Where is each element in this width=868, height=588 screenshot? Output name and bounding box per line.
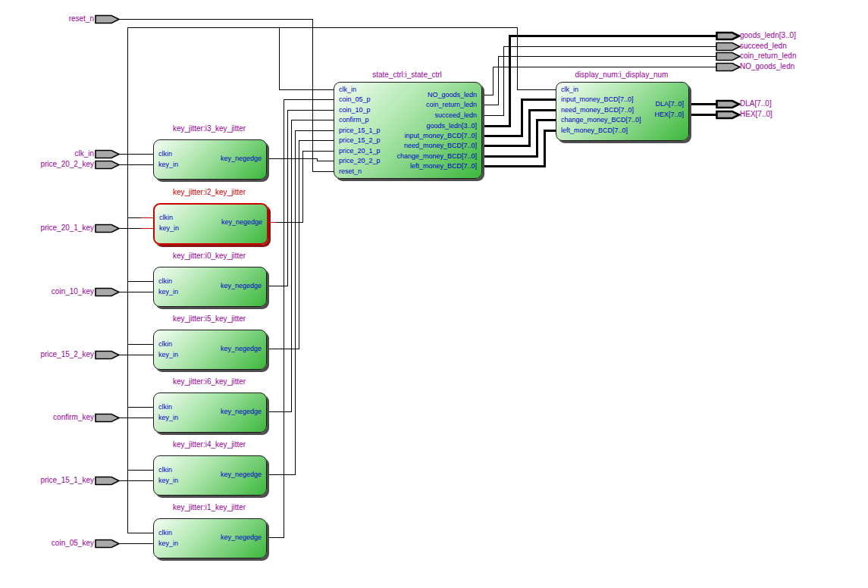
port-key-in: key_in <box>158 414 178 422</box>
block-key-jitter-i1[interactable]: clkin key_in key_negedge <box>153 518 267 558</box>
block-state-ctrl[interactable]: clk_in coin_05_p coin_10_p confirm_p pri… <box>334 82 482 179</box>
block-title-i6: key_jitter:i6_key_jitter <box>153 377 265 386</box>
block-title-i5: key_jitter:i5_key_jitter <box>153 314 265 324</box>
port-clk-in: clk_in <box>339 86 356 94</box>
block-key-jitter-i3[interactable]: clkin key_in key_negedge <box>153 139 267 180</box>
port-key-negedge: key_negedge <box>221 533 262 542</box>
input-pin-label: reset_n <box>0 14 94 23</box>
output-pin-label: coin_return_ledn <box>740 52 797 61</box>
input-pin-label: price_20_1_key <box>0 224 94 233</box>
block-key-jitter-i0[interactable]: clkin key_in key_negedge <box>153 267 267 307</box>
port-key-negedge: key_negedge <box>221 471 262 479</box>
port-need-money-bcd: need_money_BCD[7..0] <box>561 106 634 114</box>
port-key-negedge: key_negedge <box>221 408 262 416</box>
port-key-negedge: key_negedge <box>221 155 262 163</box>
output-pin-no-goods-ledn[interactable] <box>716 62 741 72</box>
port-key-in: key_in <box>158 351 178 359</box>
block-title-display-num: display_num:i_display_num <box>556 70 688 80</box>
input-pin-label: price_20_2_key <box>0 160 94 169</box>
port-change-money-bcd: change_money_BCD[7..0] <box>561 116 641 124</box>
input-pin-coin-10-key[interactable] <box>95 287 121 297</box>
output-pin-label: HEX[7..0] <box>740 110 772 119</box>
port-key-negedge: key_negedge <box>221 218 262 227</box>
port-left-money-bcd: left_money_BCD[7..0] <box>410 162 477 170</box>
input-pin-price-20-1-key[interactable] <box>95 224 121 233</box>
port-price-15-1-p: price_15_1_p <box>339 127 381 135</box>
input-pin-label: coin_10_key <box>0 287 94 296</box>
input-pin-price-15-1-key[interactable] <box>95 476 121 486</box>
port-clkin: clkin <box>159 214 173 222</box>
port-goods-ledn: goods_ledn[3..0] <box>426 122 477 130</box>
port-dla: DLA[7..0] <box>655 100 684 108</box>
input-pin-price-15-2-key[interactable] <box>95 350 121 360</box>
port-input-money-bcd: input_money_BCD[7..0] <box>404 132 477 140</box>
output-pin-label: succeed_ledn <box>740 42 787 51</box>
block-key-jitter-i5[interactable]: clkin key_in key_negedge <box>153 330 267 370</box>
output-pin-dla[interactable] <box>716 99 741 109</box>
port-clk-in: clk_in <box>561 86 578 94</box>
input-pin-label: clk_in <box>0 149 94 158</box>
output-pin-label: NO_goods_ledn <box>740 62 794 71</box>
input-pin-label: price_15_1_key <box>0 476 94 485</box>
output-pin-label: goods_ledn[3..0] <box>740 31 796 40</box>
port-clkin: clkin <box>158 529 172 537</box>
port-coin-10-p: coin_10_p <box>339 106 371 114</box>
port-left-money-bcd: left_money_BCD[7..0] <box>561 127 628 135</box>
block-key-jitter-i4[interactable]: clkin key_in key_negedge <box>153 455 267 496</box>
port-price-20-2-p: price_20_2_p <box>339 157 381 165</box>
port-clkin: clkin <box>158 277 172 286</box>
port-input-money-bcd: input_money_BCD[7..0] <box>561 95 634 104</box>
block-title-i4: key_jitter:i4_key_jitter <box>153 440 265 449</box>
port-clkin: clkin <box>158 150 172 158</box>
port-key-in: key_in <box>158 540 178 548</box>
port-key-in: key_in <box>158 477 178 485</box>
port-confirm-p: confirm_p <box>339 116 369 124</box>
block-title-i3: key_jitter:i3_key_jitter <box>153 124 265 133</box>
output-pin-succeed-ledn[interactable] <box>716 42 741 52</box>
output-pin-label: DLA[7..0] <box>740 99 772 108</box>
input-pin-coin-05-key[interactable] <box>95 539 121 549</box>
port-clkin: clkin <box>158 340 172 349</box>
port-clkin: clkin <box>158 466 172 474</box>
port-key-in: key_in <box>159 224 179 233</box>
port-coin-return-ledn: coin_return_ledn <box>426 101 477 109</box>
output-pin-goods-ledn[interactable] <box>716 31 741 41</box>
block-title-state-ctrl: state_ctrl:i_state_ctrl <box>334 70 481 80</box>
port-hex: HEX[7..0] <box>654 111 684 119</box>
port-price-15-2-p: price_15_2_p <box>339 136 381 145</box>
port-change-money-bcd: change_money_BCD[7..0] <box>396 152 477 161</box>
port-succeed-ledn: succeed_ledn <box>434 111 477 120</box>
block-title-i2: key_jitter:i2_key_jitter <box>153 188 265 197</box>
port-price-20-1-p: price_20_1_p <box>339 147 381 155</box>
port-key-negedge: key_negedge <box>221 345 262 353</box>
block-display-num[interactable]: clk_in input_money_BCD[7..0] need_money_… <box>556 82 689 141</box>
port-coin-05-p: coin_05_p <box>339 95 371 104</box>
port-key-in: key_in <box>158 161 178 169</box>
block-key-jitter-i2[interactable]: clkin key_in key_negedge <box>153 203 268 245</box>
input-pin-label: confirm_key <box>0 413 94 422</box>
port-no-goods-ledn: NO_goods_ledn <box>428 91 477 99</box>
port-key-in: key_in <box>158 288 178 296</box>
input-pin-price-20-2-key[interactable] <box>95 160 121 170</box>
output-pin-hex[interactable] <box>716 110 741 120</box>
block-title-i1: key_jitter:i1_key_jitter <box>153 503 265 512</box>
input-pin-clk-in[interactable] <box>95 149 121 159</box>
block-key-jitter-i6[interactable]: clkin key_in key_negedge <box>153 393 267 433</box>
port-clkin: clkin <box>158 403 172 411</box>
port-key-negedge: key_negedge <box>221 282 262 290</box>
input-pin-reset-n[interactable] <box>95 14 121 24</box>
block-title-i0: key_jitter:i0_key_jitter <box>153 252 265 261</box>
port-need-money-bcd: need_money_BCD[7..0] <box>404 142 477 150</box>
input-pin-label: coin_05_key <box>0 539 94 548</box>
input-pin-label: price_15_2_key <box>0 350 94 359</box>
schematic-canvas: reset_n clk_in price_20_2_key price_20_1… <box>0 0 868 588</box>
input-pin-confirm-key[interactable] <box>95 413 121 423</box>
output-pin-coin-return-ledn[interactable] <box>716 52 741 61</box>
port-reset-n: reset_n <box>339 167 362 176</box>
